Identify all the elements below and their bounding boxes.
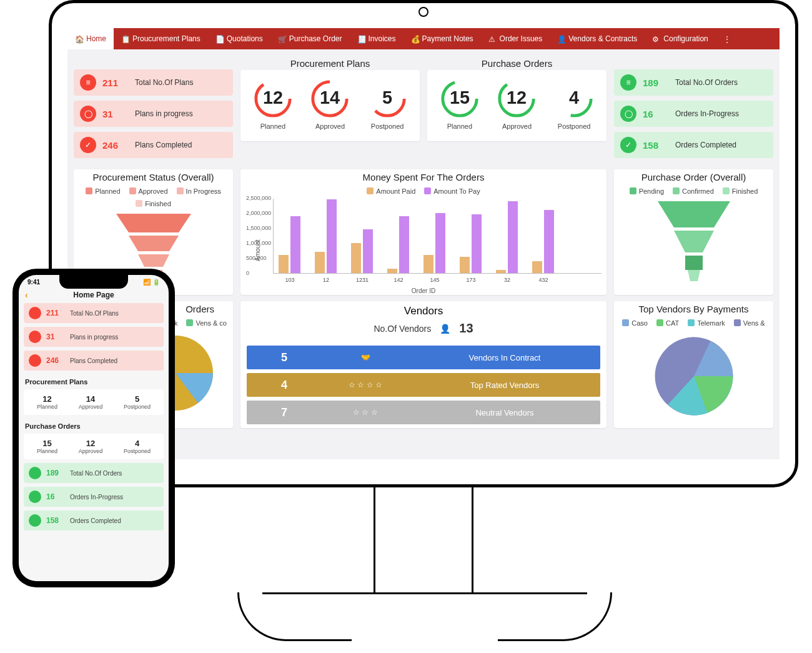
stat-label: Plans in progress [70,334,118,341]
po-overall-card: Purchase Order (Overall) Pending Confirm… [614,169,773,295]
ring-label: Planned [251,122,295,130]
ph-section-po: Purchase Orders [24,419,164,434]
stat-value: 246 [102,140,129,151]
check-icon: ✓ [620,137,636,153]
svg-text:12: 12 [507,87,527,107]
signal-battery-icon: 📶 🔋 [143,279,160,286]
ph-section-proc: Procurement Plans [24,374,164,389]
vendor-bar-label: Top Rated Vendors [409,381,600,390]
ph-stat-total-plans: 211 Total No.Of Plans [24,303,164,323]
phone-frame: 9:41 📶 🔋 ‹ Home Page 211 Total No.Of Pla… [12,269,175,587]
circles-row: 15 Planned 12 Approved 4 Postponed [427,70,607,141]
vendor-icon: 👤 [557,35,565,42]
stat-value: 189 [46,469,65,477]
tab-label: Order Issues [500,34,543,43]
ph-circles-proc: 12Planned 14Approved 5Postponed [24,389,164,415]
tab-vendors-contracts[interactable]: 👤 Vendors & Contracts [550,28,645,49]
vendor-bar-neutral[interactable]: 7 ☆ ☆ ☆ Neutral Vendors [247,401,600,424]
plan-stats-column: ≡ 211 Total No.Of Plans ◯ 31 Plans in pr… [74,56,233,163]
stat-label: Plans Completed [70,357,117,364]
tab-configuration[interactable]: ⚙ Configuration [645,28,715,49]
tab-label: Invoices [369,34,396,43]
card-title: Procurement Status (Overall) [74,169,233,184]
ring-label: Postponed [365,122,409,130]
ph-stat-orders-progress: 16 Orders In-Progress [24,487,164,507]
sliders-icon [29,467,41,479]
sliders-icon: ≡ [620,74,636,91]
ph-circles-po: 15Planned 12Approved 4Postponed [24,434,164,459]
stat-plans-completed: ✓ 246 Plans Completed [74,132,233,158]
handshake-icon: 🤝 [322,353,409,362]
stat-value: 31 [46,332,65,341]
tab-more[interactable]: ⋮ [716,28,738,49]
home-icon: 🏠 [75,35,82,42]
tab-order-issues[interactable]: ⚠ Order Issues [481,28,550,49]
vendor-bar-top-rated[interactable]: 4 ☆ ☆ ☆ ☆ Top Rated Vendors [247,373,600,397]
tab-payment-notes[interactable]: 💰 Payment Notes [404,28,481,49]
svg-marker-12 [116,214,191,232]
back-icon[interactable]: ‹ [25,290,28,300]
monitor-stand-base [262,592,587,649]
stat-total-plans: ≡ 211 Total No.Of Plans [74,69,233,96]
tab-procurement-plans[interactable]: 📋 Proucurement Plans [114,28,208,49]
cart-icon: 🛒 [278,35,285,42]
svg-marker-18 [685,256,703,270]
stat-label: Orders Completed [70,517,121,524]
order-stats-column: ≡ 189 Total No.Of Orders ◯ 16 Orders In-… [614,56,773,163]
svg-marker-16 [658,201,730,227]
ring-label: Planned [438,122,482,130]
stat-label: Orders Completed [675,141,736,149]
stat-label: Orders In-Progress [70,494,123,501]
svg-marker-13 [129,236,179,251]
spinner-icon: ◯ [80,106,96,122]
clipboard-icon: 📋 [121,35,129,42]
tab-label: Home [86,34,106,43]
tab-home[interactable]: 🏠 Home [67,28,114,49]
ring-planned: 12 Planned [251,79,295,130]
bar-legend: Amount Paid Amount To Pay [240,184,607,199]
phone-title-bar: ‹ Home Page [19,286,169,303]
warning-icon: ⚠ [488,35,496,42]
stat-label: Total No.Of Plans [70,310,119,317]
svg-text:4: 4 [569,87,579,107]
ring-planned: 15 Planned [438,79,482,130]
dashboard-row-1: ≡ 211 Total No.Of Plans ◯ 31 Plans in pr… [67,49,780,169]
stat-value: 246 [46,356,65,365]
stat-label: Total No.Of Orders [70,470,122,477]
card-title: Purchase Order (Overall) [614,169,773,184]
stat-label: Total No.Of Orders [675,78,738,87]
pie-legend: Caso CAT Telemark Vens & [614,316,773,331]
tab-quotations[interactable]: 📄 Quotations [208,28,270,49]
document-icon: 📄 [215,35,223,42]
procurement-plans-card: Procurement Plans 12 Planned 14 Approved… [240,56,420,163]
tab-invoices[interactable]: 🧾 Invoices [350,28,404,49]
svg-marker-19 [688,270,700,281]
more-icon: ⋮ [723,35,731,42]
ring-label: Postponed [552,122,596,130]
vendor-bar-label: Neutral Vendors [409,408,600,417]
phone-body: 211 Total No.Of Plans 31 Plans in progre… [19,303,169,531]
stat-orders-completed: ✓ 158 Orders Completed [614,132,773,158]
bar-chart: Amount 0500,0001,000,0001,500,0002,000,0… [240,199,607,294]
sliders-icon [29,307,41,319]
star-icon: ☆ ☆ ☆ ☆ [322,381,409,389]
stat-value: 31 [102,109,129,119]
tab-purchase-order[interactable]: 🛒 Purchase Order [270,28,350,49]
money-spent-card: Money Spent For The Orders Amount Paid A… [240,169,607,295]
svg-text:14: 14 [320,87,340,107]
circles-row: 12 Planned 14 Approved 5 Postponed [240,70,420,141]
stat-value: 158 [46,516,65,525]
stat-value: 189 [643,77,669,88]
stat-value: 16 [46,492,65,501]
vendor-bar-contract[interactable]: 5 🤝 Vendors In Contract [247,346,600,369]
svg-text:12: 12 [263,87,283,107]
vendor-bar-value: 4 [247,379,322,392]
stat-label: Plans in progress [135,109,193,118]
phone-screen: 9:41 📶 🔋 ‹ Home Page 211 Total No.Of Pla… [19,275,169,581]
vendor-count-value: 13 [459,321,473,336]
svg-text:15: 15 [450,87,470,107]
ring-approved: 12 Approved [495,79,538,130]
stat-value: 211 [46,309,65,317]
vendor-bar-value: 5 [247,351,322,364]
funnel-legend: Planned Approved In Progress Finished [74,184,233,211]
